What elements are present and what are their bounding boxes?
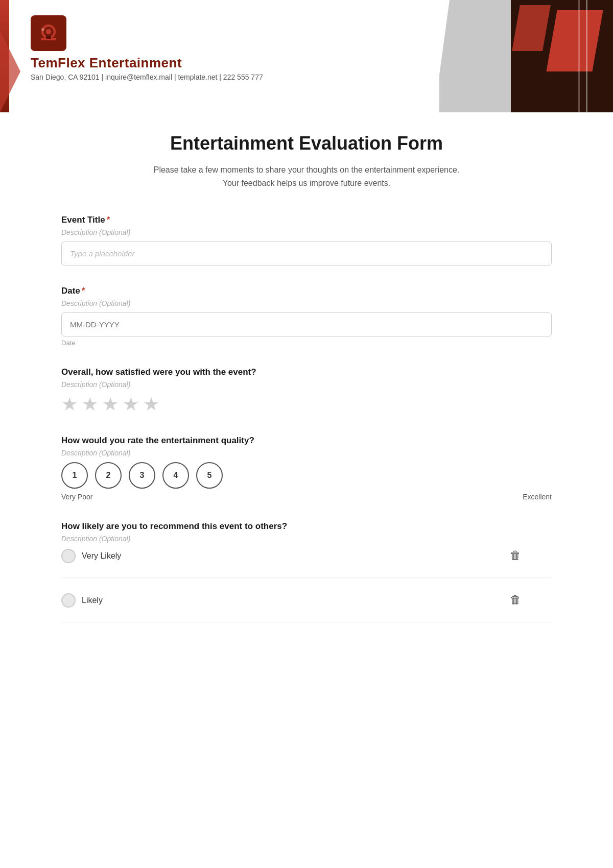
quality-label: How would you rate the entertainment qua… [61, 436, 552, 446]
svg-point-2 [46, 29, 51, 34]
star-1[interactable]: ★ [61, 394, 78, 415]
radio-circle-very-likely[interactable] [61, 549, 76, 563]
rating-circle-3[interactable]: 3 [129, 462, 155, 489]
header-right-decor [439, 0, 613, 112]
radio-circle-likely[interactable] [61, 593, 76, 608]
star-4[interactable]: ★ [123, 394, 139, 415]
rating-labels: Very Poor Excellent [61, 493, 552, 501]
recommend-label: How likely are you to recommend this eve… [61, 521, 552, 532]
date-label: Date* [61, 286, 552, 296]
event-title-section: Event Title* Description (Optional) [61, 215, 552, 266]
event-title-description: Description (Optional) [61, 228, 552, 236]
number-rating: 1 2 3 4 5 [61, 462, 552, 489]
header: TemFlex Entertainment San Diego, CA 9210… [0, 0, 613, 112]
star-3[interactable]: ★ [102, 394, 119, 415]
satisfaction-label: Overall, how satisfied were you with the… [61, 367, 552, 377]
page-wrapper: TemFlex Entertainment San Diego, CA 9210… [0, 0, 613, 868]
event-title-label: Event Title* [61, 215, 552, 225]
rating-label-high: Excellent [523, 493, 552, 501]
radio-row-likely: Likely 🗑 [61, 593, 552, 617]
rating-label-low: Very Poor [61, 493, 92, 501]
header-right-lines2 [578, 0, 580, 112]
header-right-gray [439, 0, 516, 112]
logo-svg [36, 20, 61, 46]
radio-option-likely: Likely [61, 593, 103, 608]
date-section: Date* Description (Optional) Date [61, 286, 552, 347]
date-input[interactable] [61, 312, 552, 336]
radio-label-likely: Likely [82, 596, 103, 605]
radio-label-very-likely: Very Likely [82, 551, 121, 561]
event-title-input[interactable] [61, 242, 552, 266]
quality-description: Description (Optional) [61, 449, 552, 457]
recommend-description: Description (Optional) [61, 535, 552, 543]
required-star: * [107, 215, 110, 225]
recommend-section: How likely are you to recommend this eve… [61, 521, 552, 622]
quality-section: How would you rate the entertainment qua… [61, 436, 552, 501]
logo-icon [31, 15, 66, 51]
header-left-triangle [0, 31, 20, 112]
form-title: Entertainment Evaluation Form [61, 133, 552, 154]
date-description: Description (Optional) [61, 299, 552, 307]
svg-rect-4 [46, 36, 51, 39]
date-required-star: * [82, 286, 85, 296]
trash-icon-very-likely: 🗑 [510, 549, 521, 562]
svg-point-5 [41, 28, 44, 31]
company-name: TemFlex Entertainment [31, 55, 182, 71]
star-rating: ★ ★ ★ ★ ★ [61, 394, 552, 415]
satisfaction-description: Description (Optional) [61, 380, 552, 389]
company-info: San Diego, CA 92101 | inquire@temflex.ma… [31, 73, 263, 81]
rating-circle-4[interactable]: 4 [162, 462, 189, 489]
form-body: Entertainment Evaluation Form Please tak… [0, 112, 613, 673]
form-subtitle: Please take a few moments to share your … [61, 163, 552, 189]
trash-likely[interactable]: 🗑 [510, 593, 521, 607]
divider-1 [61, 577, 552, 578]
logo-wrapper [31, 15, 66, 51]
radio-option-very-likely: Very Likely [61, 549, 121, 563]
trash-very-likely[interactable]: 🗑 [510, 549, 521, 562]
header-right-lines [586, 0, 587, 112]
trash-icon-likely: 🗑 [510, 593, 521, 607]
star-5[interactable]: ★ [143, 394, 159, 415]
date-hint: Date [61, 339, 552, 347]
star-2[interactable]: ★ [82, 394, 98, 415]
radio-row-very-likely: Very Likely 🗑 [61, 549, 552, 572]
header-content: TemFlex Entertainment San Diego, CA 9210… [31, 15, 263, 81]
rating-circle-2[interactable]: 2 [95, 462, 122, 489]
divider-2 [61, 622, 552, 622]
rating-circle-5[interactable]: 5 [196, 462, 223, 489]
rating-circle-1[interactable]: 1 [61, 462, 88, 489]
recommend-options: Very Likely 🗑 Likely 🗑 [61, 549, 552, 622]
satisfaction-section: Overall, how satisfied were you with the… [61, 367, 552, 415]
